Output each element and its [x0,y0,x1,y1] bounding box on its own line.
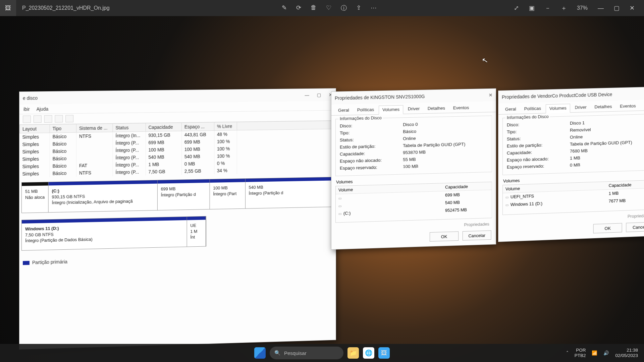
share-icon[interactable]: ⇪ [356,4,361,12]
maximize-icon[interactable]: ▢ [317,92,321,98]
tab-eventos[interactable]: Eventos [450,104,472,113]
rotate-icon[interactable]: ⟳ [296,4,301,12]
cancel-button[interactable]: Cancela [626,222,644,232]
time: 21:38 [615,348,638,353]
cell: Simples [19,163,50,170]
more-icon[interactable]: ⋯ [371,4,377,12]
edit-icon[interactable]: ✎ [282,4,287,12]
tab-detalhes[interactable]: Detalhes [424,104,448,113]
cell: Simples [19,170,50,177]
cell: 443,81 GB [182,131,214,139]
windows-taskbar: 🔍 Pesquisar 📁 🌐 🖼 ˄ POR PTB2 📶 🔊 21:38 0… [0,344,644,362]
language-indicator[interactable]: POR PTB2 [575,348,586,358]
cell: NTFS [76,169,113,177]
clock[interactable]: 21:38 02/05/2023 [615,348,638,358]
filmstrip-icon[interactable]: ▣ [529,4,535,12]
cancel-button[interactable]: Cancelar [463,230,491,240]
taskbar-search[interactable]: 🔍 Pesquisar [270,347,343,359]
volume-listbox[interactable]: Volume Capacidade 699 MB540 MB(C:)952475… [335,182,492,223]
volume-table[interactable]: Layout Tipo Sistema de ... Status Capaci… [19,121,336,178]
col-layout[interactable]: Layout [19,124,50,133]
zoom-in-icon[interactable]: ＋ [561,4,567,12]
volume-capacity: 952475 MB [442,205,491,214]
minimize-icon[interactable]: — [305,93,309,98]
file-explorer-icon[interactable]: 📁 [347,347,359,359]
disk-mgmt-title: e disco [23,95,38,101]
col-fs[interactable]: Sistema de ... [76,124,113,132]
tab-eventos[interactable]: Eventos [616,102,639,111]
photos-icon[interactable]: 🖼 [378,347,390,359]
seg-status: Íntegro (Partição d [161,191,206,198]
tab-geral[interactable]: Geral [335,106,353,115]
col-free[interactable]: Espaço ... [182,122,214,131]
maximize-icon[interactable]: ▢ [614,4,620,12]
menu-view[interactable]: ibir [23,107,30,112]
info-icon[interactable]: ⓘ [341,4,347,12]
toolbar-button[interactable] [23,116,31,123]
label: Espaço reservado: [507,163,570,170]
ok-button[interactable]: OK [593,223,622,233]
toolbar-button[interactable] [55,115,63,122]
cell: 100 MB [146,146,181,154]
seg-status: Íntegro (Partição d [249,189,330,196]
col-cap[interactable]: Capacidade [146,123,181,131]
label: Status: [507,135,570,141]
col-capacity[interactable]: Capacidade [606,180,644,190]
chrome-icon[interactable]: 🌐 [363,347,374,359]
tab-geral[interactable]: Geral [502,105,520,114]
tab-volumes[interactable]: Volumes [546,104,570,113]
close-icon[interactable]: ✕ [630,4,635,12]
tab-politicas[interactable]: Políticas [354,106,377,115]
tab-volumes[interactable]: Volumes [379,105,403,115]
toolbar-button[interactable] [65,115,73,122]
tab-driver[interactable]: Driver [572,103,590,112]
close-icon[interactable]: ✕ [489,93,493,98]
cell: 7,50 GB [146,168,181,176]
label: Espaço não alocado: [340,157,403,164]
col-type[interactable]: Tipo [50,124,76,133]
cell: 699 MB [182,138,214,146]
photo-app-icon[interactable]: 🖼 [0,0,16,16]
zoom-level: 37% [577,5,588,11]
zoom-out-icon[interactable]: － [545,4,551,12]
fullscreen-icon[interactable]: ⤢ [514,4,519,12]
tab-politicas[interactable]: Políticas [521,104,544,114]
disk1-map[interactable]: Windows 11 (D:) 7,50 GB NTFS Íntegro (Pa… [21,216,206,251]
group-legend: Informações do Disco [338,115,383,121]
legend-primary-partition: Partição primária [19,250,336,268]
cell: Simples [19,140,50,148]
heart-icon[interactable]: ♡ [326,4,331,12]
seg-label: Windows 11 (D:) [25,226,59,232]
minimize-icon[interactable]: — [598,5,604,12]
cell: Íntegro (P... [113,168,146,176]
image-icon: 🖼 [5,5,11,12]
label: Tipo: [507,128,570,134]
col-capacity[interactable]: Capacidade [442,182,491,191]
value: Básico [403,127,488,134]
photo-canvas[interactable]: ↖ e disco — ▢ ✕ ibir Ajuda [0,16,644,362]
tab-driver[interactable]: Driver [405,105,423,114]
label: Estilo de partição: [507,142,570,149]
ok-button[interactable]: OK [430,231,459,241]
cell: Básico [50,147,76,155]
group-legend: Informações do Disco [505,114,550,120]
volume-listbox[interactable]: Volume Capacidade UEFI_NTFS1 MBWindows 1… [502,180,644,215]
cell: Íntegro (In... [113,131,146,139]
wifi-icon[interactable]: 📶 [592,350,597,356]
cell: 100 % [214,138,237,145]
toolbar-button[interactable] [34,115,42,123]
cell: 540 MB [182,153,214,160]
volume-icon[interactable]: 🔊 [603,350,609,356]
seg-label: (C:) [52,188,59,193]
disk0-map[interactable]: 51 MB Não aloca (C:) 930,15 GB NTFS Ínte… [21,177,334,213]
tab-detalhes[interactable]: Detalhes [591,103,615,112]
delete-icon[interactable]: 🗑 [311,4,317,12]
seg-size: 51 MB [25,188,45,195]
col-pct[interactable]: % Livre [214,122,237,131]
start-button[interactable] [254,347,266,359]
menu-help[interactable]: Ajuda [37,106,49,112]
toolbar-button[interactable] [44,115,52,123]
chevron-up-icon[interactable]: ˄ [566,350,569,356]
value: Disco 0 [403,120,488,127]
col-status[interactable]: Status [113,123,146,132]
